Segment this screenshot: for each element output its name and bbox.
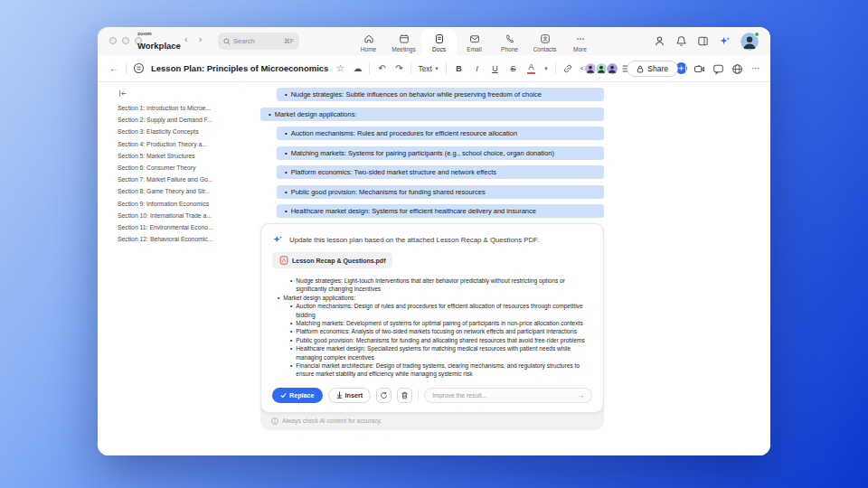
docs-icon <box>434 33 445 44</box>
strikethrough-button[interactable]: S <box>507 64 519 73</box>
calendar-icon <box>399 33 410 44</box>
sidebar-item-section-10[interactable]: Section 10: International Trade a... <box>118 212 259 224</box>
bold-button[interactable]: B <box>453 64 465 73</box>
status-dot <box>754 32 760 37</box>
comment-icon[interactable] <box>712 63 724 75</box>
doc-line[interactable]: •Healthcare market design: Systems for e… <box>277 204 604 218</box>
global-search-input[interactable]: Search ⌘F <box>218 33 299 50</box>
doc-toolbar: ← Lesson Plan: Principles of Microeconom… <box>98 55 770 82</box>
doc-line[interactable]: •Public good provision: Mechanisms for f… <box>277 185 604 199</box>
sidebar-item-section-3[interactable]: Section 3: Elasticity Concepts <box>118 128 259 140</box>
tab-contacts[interactable]: Contacts <box>527 27 562 55</box>
document-body: •Nudge strategies: Subtle influences on … <box>260 88 604 224</box>
ai-result-card: Update this lesson plan based on the att… <box>260 223 604 413</box>
collapse-left-icon <box>118 89 127 98</box>
sidebar-item-section-5[interactable]: Section 5: Market Structures <box>118 153 259 164</box>
attachment-chip[interactable]: Lesson Recap & Questions.pdf <box>272 252 392 268</box>
text-color-button[interactable]: A <box>525 63 537 74</box>
refresh-icon <box>380 391 388 399</box>
info-icon <box>271 418 278 425</box>
tab-docs[interactable]: Docs <box>421 29 457 55</box>
sidebar-item-section-4[interactable]: Section 4: Production Theory a... <box>118 141 259 153</box>
text-style-dropdown[interactable]: Text▼ <box>418 64 439 73</box>
sidebar-collapse-button[interactable] <box>118 89 259 98</box>
ai-bullet: •Market design applications: <box>272 294 592 302</box>
improve-input[interactable] <box>432 392 573 399</box>
ai-sparkle-icon[interactable] <box>719 35 731 47</box>
tab-email[interactable]: Email <box>457 27 492 55</box>
back-button[interactable]: ← <box>108 64 119 73</box>
underline-button[interactable]: U <box>489 64 501 73</box>
insert-button[interactable]: Insert <box>328 388 372 403</box>
side-panel-icon[interactable] <box>697 35 709 47</box>
trash-icon <box>401 391 409 399</box>
doc-line[interactable]: •Market design applications: <box>260 108 604 121</box>
star-icon[interactable]: ☆ <box>335 64 345 73</box>
replace-button[interactable]: Replace <box>272 388 323 403</box>
titlebar: zoom Workplace ‹ › Search ⌘F Home Meetin… <box>98 27 770 55</box>
ai-bullet: •Matching markets: Development of system… <box>272 319 592 327</box>
ai-bullet: •Nudge strategies: Light-touch intervent… <box>272 277 592 294</box>
regenerate-button[interactable] <box>376 388 392 403</box>
ai-companion-panel: Update this lesson plan based on the att… <box>260 223 604 430</box>
ai-disclaimer: Always check AI content for accuracy. <box>260 413 604 430</box>
home-icon <box>363 33 374 44</box>
sidebar-item-section-7[interactable]: Section 7: Market Failure and Go... <box>118 176 259 188</box>
desktop: { "colors": { "accent": "#2e6bf0", "high… <box>0 0 868 488</box>
docs-home-icon[interactable] <box>133 62 145 74</box>
ai-bullet: •Financial market architecture: Design o… <box>272 361 592 379</box>
chevron-down-icon: ▼ <box>434 66 439 71</box>
tab-meetings[interactable]: Meetings <box>386 27 421 55</box>
tab-phone[interactable]: Phone <box>492 27 527 55</box>
sidebar-item-section-11[interactable]: Section 11: Environmental Econo... <box>118 224 259 236</box>
close-window-button[interactable] <box>109 37 117 44</box>
search-icon <box>223 38 231 45</box>
undo-button[interactable]: ↶ <box>376 64 387 73</box>
avatar[interactable] <box>606 62 619 76</box>
tab-more[interactable]: More <box>562 27 598 55</box>
sidebar-item-section-6[interactable]: Section 6: Consumer Theory <box>118 164 259 176</box>
redo-button[interactable]: ↷ <box>393 64 404 73</box>
delete-button[interactable] <box>397 388 412 403</box>
italic-button[interactable]: I <box>471 64 483 73</box>
contacts-icon <box>540 33 551 44</box>
ai-bullet: •Platform economics: Analysis of two-sid… <box>272 327 592 335</box>
workplace-logo: zoom Workplace <box>137 31 181 52</box>
user-avatar[interactable] <box>741 33 759 51</box>
lock-icon <box>637 65 644 73</box>
ai-result-text: •Nudge strategies: Light-touch intervent… <box>272 277 592 379</box>
search-shortcut: ⌘F <box>284 38 294 45</box>
sidebar-item-section-2[interactable]: Section 2: Supply and Demand F... <box>118 117 259 128</box>
nav-forward-icon[interactable]: › <box>199 33 203 44</box>
chevron-down-icon[interactable]: ▼ <box>543 66 549 71</box>
app-tabs: Home Meetings Docs Email Phone Contacts <box>351 27 598 55</box>
share-button[interactable]: Share <box>627 61 678 77</box>
sidebar-item-section-12[interactable]: Section 12: Behavioral Economic... <box>118 236 259 248</box>
link-icon[interactable] <box>562 63 573 74</box>
check-icon <box>280 392 287 399</box>
page-title: Lesson Plan: Principles of Microeconomic… <box>151 63 328 73</box>
phone-icon <box>505 33 515 44</box>
more-options-button[interactable]: ⋯ <box>750 64 761 73</box>
doc-line[interactable]: •Nudge strategies: Subtle influences on … <box>277 88 604 101</box>
sidebar-item-section-9[interactable]: Section 9: Information Economics <box>118 201 259 212</box>
globe-icon[interactable] <box>731 63 743 75</box>
camera-icon[interactable] <box>693 63 705 75</box>
profile-icon[interactable] <box>654 35 665 47</box>
minimize-window-button[interactable] <box>122 37 129 44</box>
doc-line[interactable]: •Auction mechanisms: Rules and procedure… <box>277 127 604 140</box>
logo-workplace-text: Workplace <box>137 41 181 51</box>
ai-prompt-text: Update this lesson plan based on the att… <box>289 236 539 244</box>
more-dots-icon <box>575 33 586 44</box>
bell-icon[interactable] <box>675 35 687 47</box>
nav-back-icon[interactable]: ‹ <box>184 33 188 44</box>
doc-line[interactable]: •Matching markets: Systems for pairing p… <box>277 146 604 160</box>
send-arrow-icon[interactable]: → <box>577 391 584 399</box>
doc-line[interactable]: •Platform economics: Two-sided market st… <box>277 165 604 179</box>
tab-home[interactable]: Home <box>351 27 386 55</box>
sidebar-item-section-8[interactable]: Section 8: Game Theory and Str... <box>118 188 259 200</box>
sidebar-item-section-1[interactable]: Section 1: Introduction to Microe... <box>118 105 259 117</box>
doc-content-area: Section 1: Introduction to Microe... Sec… <box>98 82 770 455</box>
ai-bullet: •Auction mechanisms: Design of rules and… <box>272 302 592 319</box>
arrow-down-icon <box>336 391 343 399</box>
